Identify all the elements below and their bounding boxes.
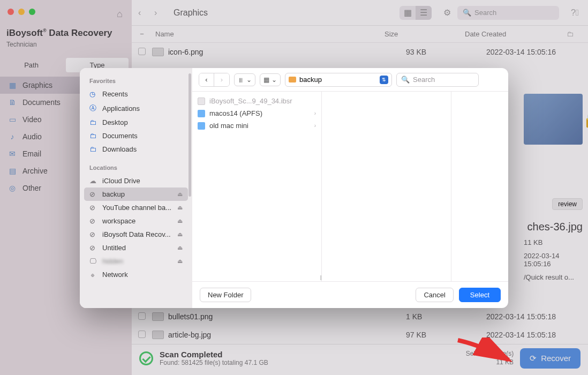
save-dialog: Favorites ◷Recents ⒶApplications 🗀Deskto… [80,68,508,308]
chevron-right-icon: › [314,123,316,129]
display-icon: 🖵 [89,257,98,265]
desktop-icon: 🗀 [89,118,98,126]
dialog-search[interactable]: 🔍 Search [396,73,479,87]
favorites-label: Favorites [84,74,188,87]
dialog-main: ‹ › ⫼⌄ ▦⌄ backup ⇅ 🔍 Search iBoysoft_Sc.… [192,68,508,308]
sidebar-documents[interactable]: 🗀Documents [84,129,188,142]
folder-icon [289,77,296,82]
columns-icon: ⫼ [238,76,244,84]
eject-icon[interactable]: ⏏ [177,231,183,238]
search-placeholder: Search [413,76,435,84]
dialog-view-columns[interactable]: ⫼⌄ [234,73,255,86]
sidebar-desktop[interactable]: 🗀Desktop [84,116,188,129]
chevron-down-icon: ⌄ [272,76,277,84]
cancel-button[interactable]: Cancel [416,288,453,302]
sidebar-backup[interactable]: ⊘backup⏏ [84,188,188,201]
sidebar-network[interactable]: 🜨Network [84,268,188,281]
apps-icon: Ⓐ [89,103,98,113]
sidebar-icloud[interactable]: ☁iCloud Drive [84,174,188,188]
dialog-nav: ‹ › [199,73,230,87]
sidebar-downloads[interactable]: 🗀Downloads [84,142,188,156]
eject-icon[interactable]: ⏏ [177,244,183,251]
folder-icon [198,122,205,130]
cloud-icon: ☁ [89,177,98,185]
eject-icon[interactable]: ⏏ [177,191,183,198]
sidebar-recents[interactable]: ◷Recents [84,87,188,101]
new-folder-button[interactable]: New Folder [200,288,251,302]
disk-icon: ⊘ [89,244,98,252]
disk-icon: ⊘ [89,230,98,238]
sidebar-youtube[interactable]: ⊘YouTube channel ba...⏏ [84,201,188,214]
sidebar-applications[interactable]: ⒶApplications [84,101,188,116]
column-resize-handle[interactable]: ‖ [320,275,323,280]
grid-icon: ▦ [263,76,269,84]
dialog-column: iBoysoft_Sc...9_49_34.ibsr macos14 (APFS… [192,92,322,281]
eject-icon[interactable]: ⏏ [177,218,183,224]
file-icon [198,98,205,105]
dialog-toolbar: ‹ › ⫼⌄ ▦⌄ backup ⇅ 🔍 Search [192,68,508,92]
path-dropdown-icon[interactable]: ⇅ [380,76,388,84]
dialog-column-empty [451,92,505,281]
dialog-path-label: backup [299,76,376,84]
sidebar-iboysoft[interactable]: ⊘iBoysoft Data Recov...⏏ [84,228,188,241]
eject-icon[interactable]: ⏏ [177,204,183,211]
downloads-icon: 🗀 [89,145,98,153]
eject-icon[interactable]: ⏏ [177,258,183,265]
documents-icon: 🗀 [89,132,98,140]
dialog-file-row[interactable]: macos14 (APFS)› [192,107,321,119]
folder-icon [198,110,205,117]
dialog-file-row[interactable]: iBoysoft_Sc...9_49_34.ibsr [192,95,321,107]
disk-icon: ⊘ [89,204,98,212]
search-icon: 🔍 [401,76,410,84]
dialog-sidebar: Favorites ◷Recents ⒶApplications 🗀Deskto… [80,68,192,308]
disk-icon: ⊘ [89,190,98,198]
dialog-path-selector[interactable]: backup ⇅ [285,73,392,87]
dialog-columns: iBoysoft_Sc...9_49_34.ibsr macos14 (APFS… [192,92,508,281]
chevron-down-icon: ⌄ [246,76,252,84]
dialog-footer: New Folder Cancel Select [192,281,508,308]
dialog-column-empty [322,92,451,281]
dialog-back-button[interactable]: ‹ [199,73,214,86]
disk-icon: ⊘ [89,217,98,225]
locations-label: Locations [84,161,188,174]
clock-icon: ◷ [89,90,98,98]
sidebar-scrollbar[interactable] [189,73,191,197]
sidebar-hidden[interactable]: 🖵hidden⏏ [84,254,188,268]
sidebar-workspace[interactable]: ⊘workspace⏏ [84,214,188,228]
chevron-right-icon: › [314,110,316,116]
sidebar-untitled[interactable]: ⊘Untitled⏏ [84,241,188,254]
dialog-view-group[interactable]: ▦⌄ [260,73,281,86]
dialog-forward-button[interactable]: › [214,73,229,86]
dialog-file-row[interactable]: old mac mini› [192,119,321,132]
globe-icon: 🜨 [89,271,98,279]
select-button[interactable]: Select [459,288,501,302]
